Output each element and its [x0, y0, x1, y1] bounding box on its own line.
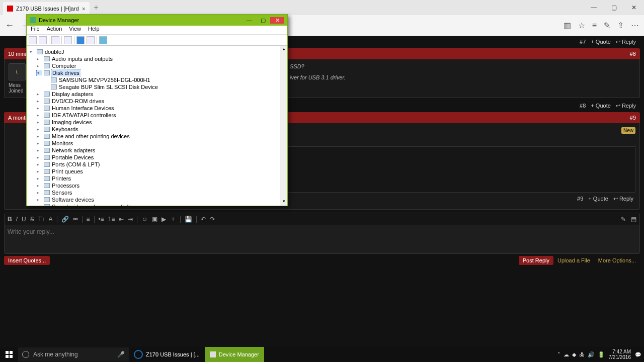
tray-volume-icon[interactable]: 🔊 [588, 351, 595, 358]
quote-button[interactable]: + Quote [591, 39, 610, 45]
upload-file-button[interactable]: Upload a File [553, 256, 594, 265]
reply-button[interactable]: Reply [616, 39, 636, 45]
strike-icon[interactable]: S̶ [30, 216, 34, 223]
avatar[interactable]: L [9, 63, 26, 80]
font-icon[interactable]: A [49, 216, 53, 223]
tree-node[interactable]: Sound, video and game controllers [30, 203, 286, 206]
menu-view[interactable]: View [69, 26, 81, 34]
tree-node[interactable]: Monitors [30, 140, 286, 147]
tree-leaf[interactable]: Seagate BUP Slim SL SCSI Disk Device [30, 83, 286, 90]
tree-node[interactable]: Print queues [30, 168, 286, 175]
tb-back-icon[interactable] [29, 36, 37, 44]
tray-app-icon[interactable]: ◆ [572, 351, 576, 358]
tb-properties-icon[interactable] [64, 36, 72, 44]
post-number[interactable]: #8 [630, 51, 636, 57]
outdent-icon[interactable]: ⇤ [119, 216, 124, 223]
back-button[interactable]: ← [5, 20, 14, 31]
post-number[interactable]: #9 [577, 196, 583, 202]
close-button[interactable]: ✕ [624, 1, 644, 15]
italic-icon[interactable]: I [16, 216, 18, 223]
tb-help-icon[interactable] [76, 36, 85, 44]
insert-icon[interactable]: ＋ [170, 215, 176, 223]
favorite-icon[interactable]: ☆ [578, 21, 585, 30]
redo-icon[interactable]: ↷ [210, 216, 215, 223]
minimize-button[interactable]: — [584, 1, 604, 15]
smiley-icon[interactable]: ☺ [141, 216, 147, 223]
preview-icon[interactable]: ▤ [631, 216, 636, 223]
tb-monitor-icon[interactable] [99, 36, 107, 44]
tree-node[interactable]: Portable Devices [30, 154, 286, 161]
reply-button[interactable]: Reply [613, 196, 633, 202]
tree-root[interactable]: doubleJ [30, 48, 286, 55]
align-icon[interactable]: ≡ [87, 216, 90, 223]
hub-icon[interactable]: ≡ [592, 21, 597, 30]
draft-icon[interactable]: ✎ [621, 216, 626, 223]
quote-button[interactable]: + Quote [591, 103, 610, 109]
list-ol-icon[interactable]: 1≡ [108, 216, 115, 223]
new-tab-button[interactable]: + [94, 3, 98, 12]
post-number[interactable]: #7 [580, 39, 586, 45]
tray-battery-icon[interactable]: 🔋 [598, 351, 605, 358]
notification-icon[interactable]: 💬 [635, 352, 641, 357]
tray-network-icon[interactable]: 🖧 [579, 351, 585, 357]
media-icon[interactable]: ▶ [162, 216, 166, 223]
tree-node[interactable]: Imaging devices [30, 119, 286, 126]
tb-forward-icon[interactable] [39, 36, 47, 44]
more-icon[interactable]: ⋯ [631, 21, 639, 30]
post-reply-button[interactable]: Post Reply [519, 256, 553, 265]
tree-node[interactable]: Human Interface Devices [30, 105, 286, 112]
device-manager-window[interactable]: Device Manager — ▢ ✕ File Action View He… [26, 14, 288, 206]
textcolor-icon[interactable]: Tт [38, 216, 45, 223]
editor-textarea[interactable]: Write your reply... [5, 225, 639, 253]
dm-titlebar[interactable]: Device Manager — ▢ ✕ [27, 15, 287, 26]
tb-showhide-icon[interactable] [51, 36, 59, 44]
tree-node[interactable]: Sensors [30, 189, 286, 196]
tree-node[interactable]: Mice and other pointing devices [30, 133, 286, 140]
maximize-button[interactable]: ▢ [604, 1, 624, 15]
mic-icon[interactable]: 🎤 [117, 351, 125, 358]
taskbar-item-edge[interactable]: Z170 USB Issues | [... [129, 347, 205, 362]
tree-node[interactable]: Display adapters [30, 90, 286, 98]
link-icon[interactable]: 🔗 [61, 216, 69, 223]
bold-icon[interactable]: B [8, 216, 12, 223]
tb-scan-icon[interactable] [87, 36, 95, 44]
tab-close-icon[interactable]: × [82, 5, 86, 13]
indent-icon[interactable]: ⇥ [128, 216, 133, 223]
tree-node-disk-drives[interactable]: Disk drives [30, 69, 286, 76]
undo-icon[interactable]: ↶ [201, 216, 206, 223]
tree-node[interactable]: Network adapters [30, 147, 286, 154]
post-number[interactable]: #8 [580, 103, 586, 109]
image-icon[interactable]: ▣ [152, 216, 157, 223]
tray-onedrive-icon[interactable]: ☁ [564, 351, 569, 358]
post-number[interactable]: #9 [630, 115, 636, 121]
tree-node[interactable]: Software devices [30, 196, 286, 203]
webnote-icon[interactable]: ✎ [604, 21, 610, 30]
menu-action[interactable]: Action [47, 26, 62, 34]
menu-help[interactable]: Help [88, 26, 100, 34]
tree-scrollbar[interactable]: ▴▾ [280, 46, 287, 206]
device-tree[interactable]: doubleJ Audio inputs and outputs Compute… [27, 46, 287, 206]
menu-file[interactable]: File [31, 26, 40, 34]
dm-minimize-button[interactable]: — [242, 17, 256, 24]
taskbar-item-devmgr[interactable]: Device Manager [205, 347, 264, 362]
underline-icon[interactable]: U [22, 216, 26, 223]
tree-node[interactable]: Computer [30, 62, 286, 69]
quote-button[interactable]: + Quote [588, 196, 608, 202]
save-icon[interactable]: 💾 [185, 216, 192, 223]
tree-node[interactable]: DVD/CD-ROM drives [30, 98, 286, 105]
dm-maximize-button[interactable]: ▢ [256, 17, 270, 24]
share-icon[interactable]: ⇪ [617, 21, 624, 30]
list-ul-icon[interactable]: •≡ [99, 216, 104, 223]
tray-chevron-icon[interactable]: ˄ [557, 351, 560, 358]
tree-node[interactable]: Keyboards [30, 126, 286, 133]
unlink-icon[interactable]: ⚮ [73, 216, 78, 223]
tree-node[interactable]: Ports (COM & LPT) [30, 161, 286, 168]
tree-node[interactable]: Audio inputs and outputs [30, 55, 286, 62]
clock[interactable]: 7:42 AM 7/21/2016 [609, 349, 631, 360]
more-options-button[interactable]: More Options... [594, 256, 640, 265]
tree-node[interactable]: Printers [30, 175, 286, 182]
dm-close-button[interactable]: ✕ [270, 17, 284, 24]
browser-tab[interactable]: Z170 USB Issues | [H]ard × [3, 2, 90, 15]
start-button[interactable] [0, 347, 18, 362]
reply-button[interactable]: Reply [616, 103, 636, 109]
